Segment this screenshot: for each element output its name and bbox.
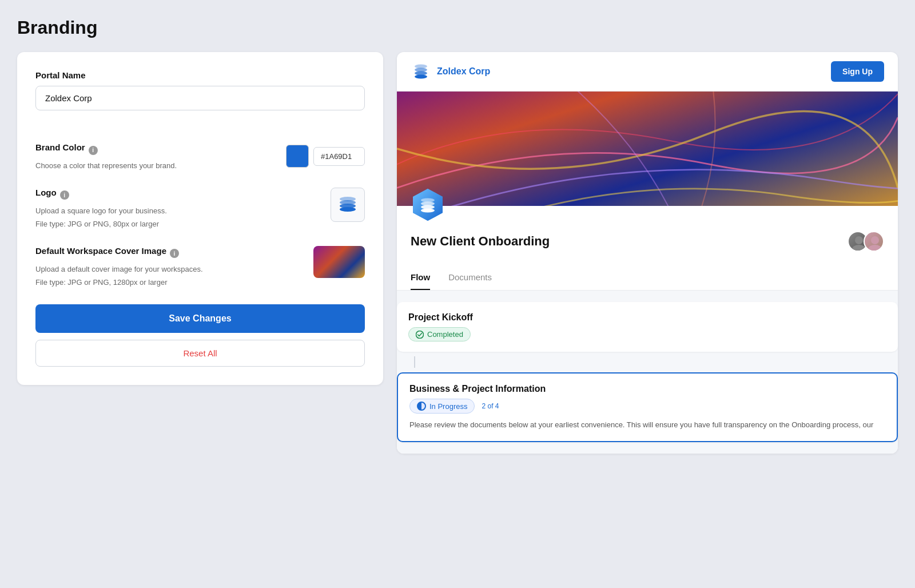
svg-point-12 (421, 202, 435, 206)
portal-name-input[interactable] (35, 86, 365, 110)
business-description: Please review the documents below at you… (409, 419, 885, 431)
svg-point-4 (415, 65, 427, 69)
flow-card-business: Business & Project Information In Progre… (397, 372, 898, 442)
preview-tabs: Flow Documents (397, 265, 898, 291)
preview-cover-image (397, 92, 898, 206)
logo-upload[interactable] (331, 188, 365, 222)
svg-point-13 (421, 205, 435, 209)
signup-button[interactable]: Sign Up (831, 61, 884, 82)
preview-body: New Client Onboarding (397, 206, 898, 291)
brand-color-section: Brand Color i Choose a color that repres… (35, 142, 365, 172)
cover-info-icon[interactable]: i (170, 249, 179, 258)
logo-preview-icon (335, 192, 360, 217)
svg-point-15 (855, 236, 863, 244)
cover-image-row: Default Workspace Cover Image i Upload a… (35, 246, 365, 288)
completed-icon (416, 331, 424, 339)
cover-desc-1: Upload a default cover image for your wo… (35, 264, 203, 275)
cover-svg (397, 92, 898, 206)
logo-section: Logo i Upload a square logo for your bus… (35, 188, 365, 230)
logo-label: Logo (35, 188, 57, 197)
save-button[interactable]: Save Changes (35, 304, 365, 333)
brand-color-info-icon[interactable]: i (89, 146, 98, 155)
logo-row: Logo i Upload a square logo for your bus… (35, 188, 365, 230)
brand-color-label: Brand Color (35, 142, 85, 152)
svg-rect-8 (397, 92, 898, 206)
avatar-2 (864, 231, 884, 252)
business-progress-text: 2 of 4 (482, 402, 499, 410)
svg-point-5 (415, 68, 427, 72)
tab-documents[interactable]: Documents (448, 265, 492, 290)
brand-color-left: Brand Color i Choose a color that repres… (35, 142, 177, 172)
preview-panel: Zoldex Corp Sign Up (397, 52, 898, 454)
kickoff-status-text: Completed (427, 330, 463, 339)
cover-preview-image (313, 246, 365, 278)
reset-button[interactable]: Reset All (35, 340, 365, 367)
svg-point-11 (421, 198, 435, 202)
color-picker-group (286, 145, 365, 168)
preview-header: Zoldex Corp Sign Up (397, 52, 898, 92)
svg-point-3 (340, 207, 356, 212)
logo-desc-1: Upload a square logo for your business. (35, 205, 167, 217)
flow-content: Project Kickoff Completed Business & Pro… (397, 291, 898, 454)
flow-card-business-title: Business & Project Information (409, 384, 885, 394)
avatar-2-icon (865, 232, 884, 252)
cover-desc-2: File type: JPG or PNG, 1280px or larger (35, 277, 203, 288)
cover-upload[interactable] (313, 246, 365, 278)
branding-panel: Portal Name Brand Color i Choose a color… (17, 52, 383, 385)
cover-label: Default Workspace Cover Image (35, 246, 166, 256)
svg-point-14 (421, 209, 435, 213)
business-status-row: In Progress 2 of 4 (409, 399, 885, 414)
avatar-group (848, 231, 884, 252)
color-hex-input[interactable] (313, 147, 365, 166)
flow-connector (414, 356, 415, 368)
business-status-text: In Progress (429, 402, 467, 411)
portal-name-label: Portal Name (35, 70, 365, 80)
kickoff-status-badge: Completed (408, 327, 471, 341)
brand-color-desc: Choose a color that represents your bran… (35, 160, 177, 172)
workspace-title-row: New Client Onboarding (411, 231, 884, 252)
tab-flow[interactable]: Flow (411, 265, 430, 290)
brand-color-row: Brand Color i Choose a color that repres… (35, 142, 365, 172)
progress-icon (417, 402, 426, 411)
cover-image-left: Default Workspace Cover Image i Upload a… (35, 246, 203, 288)
preview-company-name: Zoldex Corp (437, 66, 490, 77)
business-status-badge: In Progress (409, 399, 475, 414)
main-layout: Portal Name Brand Color i Choose a color… (17, 52, 898, 454)
logo-desc-2: File type: JPG or PNG, 80px or larger (35, 218, 167, 230)
logo-info-icon[interactable]: i (60, 190, 69, 200)
svg-point-17 (871, 236, 879, 244)
svg-point-16 (852, 245, 866, 252)
svg-point-18 (868, 245, 882, 252)
preview-logo-icon (411, 61, 431, 82)
svg-point-7 (415, 75, 427, 79)
logo-left: Logo i Upload a square logo for your bus… (35, 188, 167, 230)
color-swatch[interactable] (286, 145, 309, 168)
svg-point-19 (416, 331, 424, 338)
workspace-hex-icon (411, 188, 445, 222)
preview-brand: Zoldex Corp (411, 61, 490, 82)
flow-card-kickoff-title: Project Kickoff (408, 312, 886, 323)
cover-image-section: Default Workspace Cover Image i Upload a… (35, 246, 365, 288)
page-title: Branding (17, 17, 898, 38)
workspace-title: New Client Onboarding (411, 234, 550, 249)
flow-card-kickoff: Project Kickoff Completed (397, 302, 898, 352)
portal-name-section: Portal Name (35, 70, 365, 126)
svg-point-6 (415, 71, 427, 76)
